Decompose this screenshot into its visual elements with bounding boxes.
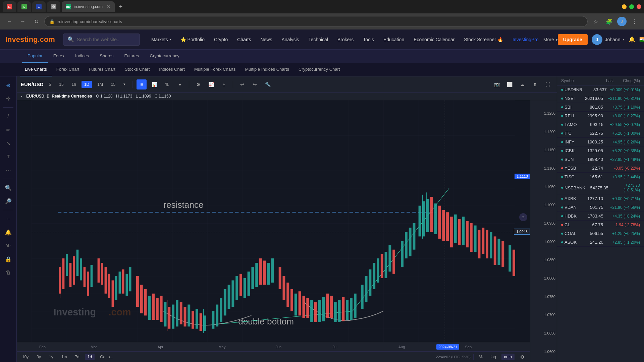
- share-button[interactable]: ⬆: [530, 79, 540, 89]
- watchlist-row[interactable]: ITC 522.75 +5.20 (+1.00%): [557, 129, 644, 138]
- indicators-button[interactable]: ⚙: [193, 79, 203, 89]
- nav-technical[interactable]: Technical: [304, 29, 333, 50]
- search-box[interactable]: 🔍: [63, 34, 140, 46]
- nav-tools[interactable]: Tools: [358, 29, 379, 50]
- tab-multiple-forex-charts[interactable]: Multiple Forex Charts: [190, 63, 240, 76]
- tab-indices-chart[interactable]: Indices Chart: [154, 63, 190, 76]
- alert-tool[interactable]: 🔔: [2, 226, 14, 238]
- watchlist-row[interactable]: VDAN 501.75 +21.90 (+4.56%): [557, 203, 644, 212]
- tab-forex-chart[interactable]: Forex Chart: [52, 63, 84, 76]
- timeframe-1h[interactable]: 1h: [69, 81, 79, 88]
- minimize-button[interactable]: [622, 4, 627, 9]
- notifications-button[interactable]: 🔔: [629, 36, 635, 43]
- watchlist-row[interactable]: CL 67.75 -1.94 (-2.78%): [557, 221, 644, 229]
- measure-tool[interactable]: ⤡: [2, 137, 14, 149]
- tf-1d[interactable]: 1d: [85, 354, 95, 360]
- maximize-button[interactable]: [629, 4, 634, 9]
- log-button[interactable]: log: [488, 354, 499, 360]
- nav-stock-screener[interactable]: Stock Screener 🔥: [459, 29, 508, 50]
- watchlist-row[interactable]: INFY 1900.25 +4.95 (+0.26%): [557, 138, 644, 146]
- fullscreen-button[interactable]: ⛶: [543, 79, 553, 89]
- tab-stocks-chart[interactable]: Stocks Chart: [120, 63, 154, 76]
- chart-type-dropdown[interactable]: ▾: [175, 79, 185, 89]
- nav-crypto[interactable]: Crypto: [209, 29, 232, 50]
- timeframe-1m[interactable]: 1M: [95, 81, 106, 88]
- nav-more[interactable]: More ▾: [543, 37, 558, 42]
- magnify-tool[interactable]: 🔎: [2, 195, 14, 207]
- watchlist-row[interactable]: AXBK 1277.10 +9.00 (+0.71%): [557, 194, 644, 203]
- tab-multiple-indices-charts[interactable]: Multiple Indices Charts: [240, 63, 294, 76]
- settings-button[interactable]: ⚙: [517, 352, 527, 362]
- watchlist-row[interactable]: TAMO 993.15 +29.55 (+3.07%): [557, 120, 644, 129]
- indicators-extra[interactable]: 📈: [206, 79, 216, 89]
- watchlist-row[interactable]: NSEI 26216.05 +211.90 (+0.81%): [557, 94, 644, 103]
- crosshair-tool[interactable]: ✛: [2, 93, 14, 105]
- tools-button[interactable]: 🔧: [263, 79, 273, 89]
- subnav-cryptocurrency[interactable]: Cryptocurrency: [145, 50, 185, 63]
- cloud-button[interactable]: ☁: [517, 79, 527, 89]
- screenshot-button[interactable]: 📷: [492, 79, 502, 89]
- tab-5-investing[interactable]: Inv in.investing.com ✕: [62, 1, 115, 12]
- subnav-indices[interactable]: Indices: [70, 50, 94, 63]
- compare-button[interactable]: ±: [219, 79, 229, 89]
- nav-charts[interactable]: Charts: [232, 29, 256, 50]
- nav-economic-calendar[interactable]: Economic Calendar: [409, 29, 459, 50]
- timeframe-15b[interactable]: 15: [108, 81, 118, 88]
- watchlist-row[interactable]: NSEBANK 54375.35 +273.70 (+0.51%): [557, 181, 644, 194]
- watchlist-row[interactable]: TISC 165.61 +3.95 (+2.44%): [557, 173, 644, 181]
- user-dropdown-arrow[interactable]: ▾: [623, 38, 625, 41]
- search-input[interactable]: [77, 37, 136, 42]
- scroll-right-button[interactable]: »: [519, 213, 527, 221]
- country-flag[interactable]: 🇮🇳: [639, 36, 644, 43]
- select-button[interactable]: ⬜: [504, 79, 515, 89]
- chart-symbol[interactable]: EUR/USD: [21, 81, 44, 87]
- pct-button[interactable]: %: [476, 354, 485, 360]
- watchlist-row[interactable]: ICBK 1329.05 +5.20 (+0.39%): [557, 146, 644, 155]
- subnav-shares[interactable]: Shares: [94, 50, 119, 63]
- nav-brokers[interactable]: Brokers: [333, 29, 358, 50]
- tf-10y[interactable]: 10y: [19, 354, 31, 360]
- extensions-button[interactable]: 🧩: [604, 16, 614, 27]
- watchlist-row[interactable]: SUN 1898.40 +27.85 (+1.49%): [557, 155, 644, 164]
- upgrade-button[interactable]: Upgrade: [558, 34, 588, 45]
- forward-button[interactable]: →: [17, 16, 28, 27]
- watchlist-row[interactable]: RELI 2995.90 +8.00 (+0.27%): [557, 112, 644, 120]
- replay-button[interactable]: ↩: [237, 79, 247, 89]
- cursor-tool[interactable]: ⊕: [2, 79, 14, 91]
- zoom-in-tool[interactable]: 🔍: [2, 182, 14, 194]
- tab-live-charts[interactable]: Live Charts: [20, 63, 52, 76]
- logo[interactable]: Investing.com: [5, 35, 55, 44]
- timeframe-5[interactable]: 5: [46, 81, 54, 88]
- tab-cryptocurrency-chart[interactable]: Cryptocurrency Chart: [294, 63, 345, 76]
- candle-chart-type[interactable]: 📊: [149, 79, 159, 89]
- line-chart-type[interactable]: ⇅: [162, 79, 172, 89]
- pattern-tool[interactable]: ⋯: [2, 164, 14, 176]
- nav-analysis[interactable]: Analysis: [277, 29, 304, 50]
- tab-futures-chart[interactable]: Futures Chart: [84, 63, 120, 76]
- timeframe-15[interactable]: 15: [56, 81, 66, 88]
- chart-canvas[interactable]: resistance double bottom: [17, 100, 530, 342]
- watchlist-row[interactable]: COAL 506.55 +1.25 (+0.25%): [557, 229, 644, 238]
- tab-2[interactable]: G: [17, 1, 31, 12]
- auto-button[interactable]: auto: [501, 354, 515, 360]
- tf-1m[interactable]: 1m: [59, 354, 70, 360]
- address-bar[interactable]: 🔒 in.investing.com/charts/live-charts: [44, 16, 588, 27]
- tab-close-5[interactable]: ✕: [107, 4, 111, 9]
- subnav-popular[interactable]: Popular: [22, 50, 48, 63]
- nav-education[interactable]: Education: [379, 29, 409, 50]
- nav-markets[interactable]: Markets ▾: [147, 29, 176, 50]
- watchlist-row[interactable]: ASOK 241.20 +2.85 (+1.20%): [557, 238, 644, 247]
- watchlist-row[interactable]: SBI 801.85 +8.75 (+1.10%): [557, 103, 644, 112]
- subnav-futures[interactable]: Futures: [119, 50, 144, 63]
- tf-7d[interactable]: 7d: [72, 354, 82, 360]
- back-navigate[interactable]: ←: [2, 213, 14, 225]
- text-tool[interactable]: T: [2, 150, 14, 163]
- tab-3[interactable]: 1: [32, 1, 46, 12]
- bar-chart-type[interactable]: ≡: [137, 79, 147, 89]
- goto-button[interactable]: Go to...: [97, 354, 116, 360]
- tab-4[interactable]: ⚙: [47, 1, 60, 12]
- refresh-button[interactable]: ↻: [31, 16, 42, 27]
- nav-investing-pro[interactable]: InvestingPro: [508, 29, 543, 50]
- hide-tool[interactable]: 👁: [2, 240, 14, 252]
- forward-button-chart[interactable]: ↪: [250, 79, 260, 89]
